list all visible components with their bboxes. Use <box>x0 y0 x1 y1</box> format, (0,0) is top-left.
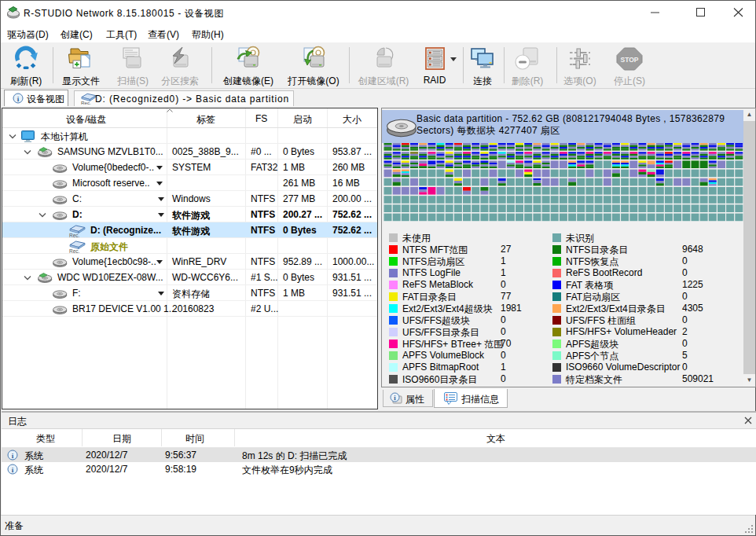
svg-text:Rec.: Rec. <box>69 248 80 254</box>
svg-text:STOP: STOP <box>621 56 639 64</box>
svg-text:Rec.: Rec. <box>81 100 91 105</box>
svg-text:Rec.: Rec. <box>69 233 80 238</box>
